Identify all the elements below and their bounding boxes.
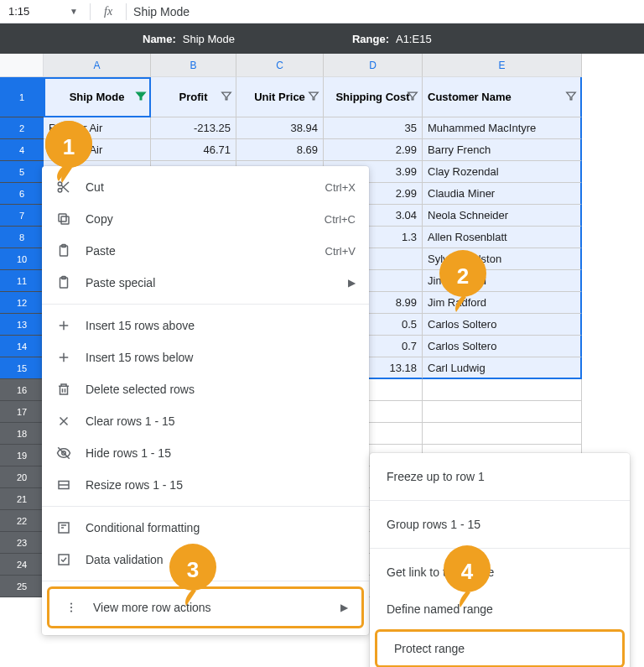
row-header[interactable]: 4 <box>0 139 44 161</box>
hide-rows-item[interactable]: Hide rows 1 - 15 <box>42 437 369 469</box>
header-label: Ship Mode <box>70 91 125 103</box>
row-header[interactable]: 17 <box>0 401 44 423</box>
cell-header-customer-name[interactable]: Customer Name <box>423 77 582 117</box>
cell-header-profit[interactable]: Profit <box>151 77 236 117</box>
row-header[interactable]: 19 <box>0 445 44 466</box>
cell[interactable]: Carl Ludwig <box>423 357 582 379</box>
select-all-corner[interactable] <box>0 54 44 77</box>
filter-icon[interactable] <box>221 90 232 104</box>
svg-rect-11 <box>59 555 69 565</box>
cell[interactable]: 2.99 <box>324 139 423 161</box>
row-header[interactable]: 7 <box>0 205 44 227</box>
view-more-row-actions-item[interactable]: View more row actions ▶ <box>49 589 361 626</box>
header-label: Customer Name <box>428 91 512 103</box>
separator <box>90 3 91 20</box>
resize-rows-item[interactable]: Resize rows 1 - 15 <box>42 469 369 501</box>
get-link-item[interactable]: Get link to this range <box>370 554 630 591</box>
paste-special-item[interactable]: Paste special ▶ <box>42 267 369 299</box>
freeze-item[interactable]: Freeze up to row 1 <box>370 458 630 495</box>
cell[interactable] <box>423 379 582 401</box>
menu-label: Hide rows 1 - 15 <box>86 446 356 460</box>
cell[interactable]: 8.69 <box>236 139 324 161</box>
filter-icon[interactable] <box>308 90 319 104</box>
menu-label: Group rows 1 - 15 <box>387 518 480 531</box>
svg-point-12 <box>70 602 72 604</box>
menu-label: Cut <box>86 180 312 194</box>
menu-separator <box>42 581 369 581</box>
define-named-range-item[interactable]: Define named range <box>370 591 630 628</box>
column-header-A[interactable]: A <box>44 54 151 77</box>
filter-icon[interactable] <box>135 90 147 104</box>
cell-header-ship-mode[interactable]: Ship Mode <box>44 77 151 117</box>
cell[interactable]: Claudia Miner <box>423 183 582 205</box>
range-range-label: Range: <box>352 33 389 45</box>
column-header-D[interactable]: D <box>324 54 423 77</box>
cell[interactable]: Muhammed MacIntyre <box>423 117 582 139</box>
cell[interactable] <box>423 423 582 445</box>
clear-rows-item[interactable]: Clear rows 1 - 15 <box>42 405 369 437</box>
cell[interactable]: Carlos Soltero <box>423 336 582 357</box>
row-header[interactable]: 23 <box>0 532 44 554</box>
cell-header-unit-price[interactable]: Unit Price <box>236 77 324 117</box>
column-header-B[interactable]: B <box>151 54 236 77</box>
row-header[interactable]: 11 <box>0 270 44 292</box>
filter-icon[interactable] <box>407 90 418 104</box>
row-header[interactable]: 13 <box>0 314 44 336</box>
cell[interactable]: Regular Air <box>44 117 151 139</box>
cell[interactable]: Neola Schneider <box>423 205 582 227</box>
menu-label: Get link to this range <box>387 565 494 579</box>
cell[interactable]: Jim Radford <box>423 292 582 314</box>
row-header[interactable]: 22 <box>0 510 44 532</box>
column-header-E[interactable]: E <box>423 54 582 77</box>
column-header-C[interactable]: C <box>236 54 324 77</box>
row-header[interactable]: 12 <box>0 292 44 314</box>
name-box[interactable]: 1:15 ▼ <box>3 5 83 18</box>
shortcut-label: Ctrl+X <box>325 181 356 194</box>
insert-rows-above-item[interactable]: Insert 15 rows above <box>42 310 369 341</box>
svg-point-13 <box>70 607 72 608</box>
svg-point-14 <box>70 610 72 612</box>
row-header[interactable]: 24 <box>0 554 44 576</box>
row-header[interactable]: 25 <box>0 576 44 597</box>
cell[interactable]: Regular Air <box>44 139 151 161</box>
row-header[interactable]: 16 <box>0 379 44 401</box>
row-header[interactable]: 10 <box>0 248 44 270</box>
row-header[interactable]: 5 <box>0 161 44 183</box>
cell[interactable]: Sylvia Foulston <box>423 248 582 270</box>
row-header[interactable]: 18 <box>0 423 44 445</box>
row-header[interactable]: 6 <box>0 183 44 205</box>
row-header[interactable]: 21 <box>0 488 44 510</box>
row-header[interactable]: 20 <box>0 466 44 488</box>
cell[interactable]: Clay Rozendal <box>423 161 582 183</box>
cell[interactable]: Carlos Soltero <box>423 314 582 336</box>
cell[interactable]: 46.71 <box>151 139 236 161</box>
copy-item[interactable]: Copy Ctrl+C <box>42 203 369 235</box>
data-validation-item[interactable]: Data validation <box>42 544 369 576</box>
conditional-formatting-item[interactable]: Conditional formatting <box>42 512 369 544</box>
row-header[interactable]: 15 <box>0 357 44 379</box>
cell-header-shipping-cost[interactable]: Shipping Cost <box>324 77 423 117</box>
resize-icon <box>55 477 72 492</box>
filter-icon[interactable] <box>565 90 577 104</box>
cell[interactable]: Jim Radford <box>423 270 582 292</box>
menu-label: Conditional formatting <box>86 521 356 534</box>
delete-rows-item[interactable]: Delete selected rows <box>42 373 369 405</box>
row-header[interactable]: 1 <box>0 77 44 117</box>
paste-item[interactable]: Paste Ctrl+V <box>42 235 369 267</box>
insert-rows-below-item[interactable]: Insert 15 rows below <box>42 341 369 373</box>
protect-range-item[interactable]: Protect range <box>377 632 622 665</box>
row-header[interactable]: 2 <box>0 117 44 139</box>
group-rows-item[interactable]: Group rows 1 - 15 <box>370 506 630 543</box>
cell[interactable]: Allen Rosenblatt <box>423 227 582 248</box>
cell[interactable]: -213.25 <box>151 117 236 139</box>
row-header[interactable]: 8 <box>0 227 44 248</box>
formula-input[interactable]: Ship Mode <box>133 5 190 18</box>
cell[interactable]: 38.94 <box>236 117 324 139</box>
cell[interactable]: Barry French <box>423 139 582 161</box>
eye-off-icon <box>55 446 72 461</box>
menu-label: Clear rows 1 - 15 <box>86 414 356 428</box>
cell[interactable] <box>423 401 582 423</box>
cell[interactable]: 35 <box>324 117 423 139</box>
row-header[interactable]: 14 <box>0 336 44 357</box>
cut-item[interactable]: Cut Ctrl+X <box>42 171 369 203</box>
